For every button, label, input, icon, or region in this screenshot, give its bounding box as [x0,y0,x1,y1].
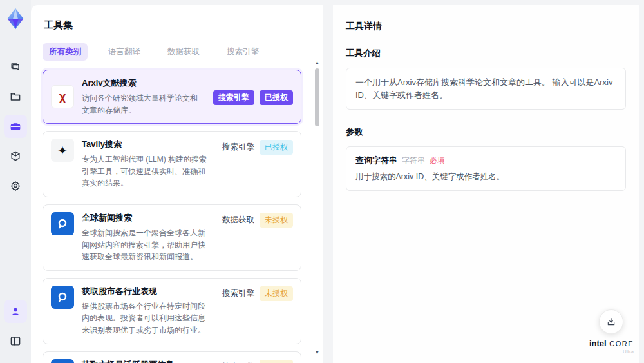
sidebar-item-files[interactable] [4,85,27,108]
tool-card-global-news[interactable]: 全球新闻搜索 全球新闻搜索是一个聚合全球各大新闻网站内容的搜索引擎，帮助用户快速… [43,204,301,271]
tool-tags: 搜索引擎 未授权 [222,360,293,363]
category-label: 搜索引擎 [222,142,254,153]
page-title: 工具集 [44,19,312,32]
sidebar-item-account[interactable] [4,300,27,323]
news-search-icon [51,212,74,235]
tool-card-body: 获取市场最活跃股票信息 提供当天交易量最高的股票列表。投资者可以利用这些信息来识… [82,359,214,363]
params-heading: 参数 [346,126,626,138]
category-label: 搜索引擎 [222,288,254,299]
tool-name: 全球新闻搜索 [82,212,212,224]
intel-core-logo: intel CORE Ultra [589,339,634,355]
tool-description: 专为人工智能代理 (LLM) 构建的搜索引擎工具，可快速提供实时、准确和真实的结… [82,153,212,190]
user-icon [9,305,22,318]
tool-card-body: Tavily搜索 专为人工智能代理 (LLM) 构建的搜索引擎工具，可快速提供实… [82,139,214,190]
tool-name: 获取市场最活跃股票信息 [82,359,212,363]
tool-tags: 搜索引擎 已授权 [213,90,293,104]
scrollbar-down-arrow-icon[interactable]: ▼ [314,350,320,355]
app-logo-gem-icon [3,6,28,31]
sidebar-item-models[interactable] [4,144,27,168]
auth-status-badge: 已授权 [260,140,293,155]
intel-wordmark: intel [589,338,607,348]
intro-heading: 工具介绍 [346,48,626,59]
tool-tags: 搜索引擎 已授权 [222,140,293,154]
arxiv-icon: χ [51,85,74,108]
sidebar-item-settings[interactable] [4,174,27,197]
briefcase-icon [9,120,22,133]
auth-status-badge: 未授权 [260,213,293,228]
param-name: 查询字符串 [355,155,397,166]
tool-card-arxiv[interactable]: χ Arxiv文献搜索 访问各个研究领域大量科学论文和文章的存储库。 搜索引擎 … [43,70,301,124]
sidebar-item-collapse-panel[interactable] [4,329,27,353]
tool-description: 提供股票市场各个行业在特定时间段内的表现。投资者可以利用这些信息来识别表现优于或… [82,300,212,337]
intro-box: 一个用于从Arxiv存储库搜索科学论文和文章的工具。 输入可以是Arxiv ID… [346,68,626,110]
folder-icon [9,90,22,103]
intel-core-logo-text: intel CORE [589,339,634,348]
tool-card-active-stocks[interactable]: 获取市场最活跃股票信息 提供当天交易量最高的股票列表。投资者可以利用这些信息来识… [43,351,301,363]
category-badge: 搜索引擎 [213,90,254,105]
sparkle-glyph: ✦ [57,143,68,158]
tool-name: Tavily搜索 [82,139,212,150]
tool-card-tavily[interactable]: ✦ Tavily搜索 专为人工智能代理 (LLM) 构建的搜索引擎工具，可快速提… [43,131,301,197]
param-description: 用于搜索的Arxiv ID、关键字或作者姓名。 [355,172,616,182]
chat-icon [9,61,22,74]
download-button[interactable] [599,309,623,334]
auth-status-badge: 未授权 [260,286,293,301]
sidebar-item-chat[interactable] [4,55,27,79]
tab-language-translation[interactable]: 语言翻译 [102,43,147,61]
tool-description: 全球新闻搜索是一个聚合全球各大新闻网站内容的搜索引擎，帮助用户快速获取全球最新资… [82,227,212,263]
tool-list-panel: 工具集 所有类别 语言翻译 数据获取 搜索引擎 χ Arxiv文献搜索 访问各个… [31,5,323,363]
param-type: 字符串 [402,155,425,166]
param-box: 查询字符串 字符串 必填 用于搜索的Arxiv ID、关键字或作者姓名。 [346,146,626,191]
tab-search-engine[interactable]: 搜索引擎 [220,43,265,61]
tool-tags: 数据获取 未授权 [222,213,293,228]
category-tabs: 所有类别 语言翻译 数据获取 搜索引擎 [43,43,312,61]
cube-icon [9,150,22,162]
intro-text: 一个用于从Arxiv存储库搜索科学论文和文章的工具。 输入可以是Arxiv ID… [355,76,616,101]
auth-status-badge: 已授权 [260,90,293,105]
tool-name: 获取股市各行业表现 [82,286,212,297]
tool-cards: χ Arxiv文献搜索 访问各个研究领域大量科学论文和文章的存储库。 搜索引擎 … [43,70,312,363]
sparkle-icon: ✦ [51,139,74,162]
tool-card-body: Arxiv文献搜索 访问各个研究领域大量科学论文和文章的存储库。 [82,77,205,116]
category-label: 数据获取 [222,215,254,226]
arxiv-glyph: χ [59,90,66,104]
left-rail [0,0,31,363]
tab-all-categories[interactable]: 所有类别 [43,43,88,61]
tool-name: Arxiv文献搜索 [82,77,203,89]
tool-card-body: 获取股市各行业表现 提供股票市场各个行业在特定时间段内的表现。投资者可以利用这些… [82,286,214,337]
detail-title: 工具详情 [346,21,626,32]
param-header-row: 查询字符串 字符串 必填 [355,155,616,166]
list-scrollbar[interactable]: ▲ ▼ [314,61,320,355]
scrollbar-thumb[interactable] [315,68,319,126]
sidebar-item-tools[interactable] [4,115,27,138]
panel-layout-icon [9,335,22,348]
stock-search-icon [51,359,74,363]
scrollbar-up-arrow-icon[interactable]: ▲ [314,61,320,66]
param-required-flag: 必填 [430,155,445,166]
auth-status-badge: 未授权 [260,360,293,363]
tool-description: 访问各个研究领域大量科学论文和文章的存储库。 [82,92,203,116]
intel-core-sub-text: Ultra [589,349,634,355]
corner-widgets: intel CORE Ultra [589,309,634,355]
core-wordmark: CORE [607,340,634,348]
tab-data-acquisition[interactable]: 数据获取 [161,43,206,61]
tool-tags: 搜索引擎 未授权 [222,287,293,301]
gear-icon [9,179,22,192]
download-icon [606,317,616,327]
tool-card-body: 全球新闻搜索 全球新闻搜索是一个聚合全球各大新闻网站内容的搜索引擎，帮助用户快速… [82,212,214,263]
stock-search-icon [51,286,74,309]
tool-card-stock-sectors[interactable]: 获取股市各行业表现 提供股票市场各个行业在特定时间段内的表现。投资者可以利用这些… [43,278,301,344]
